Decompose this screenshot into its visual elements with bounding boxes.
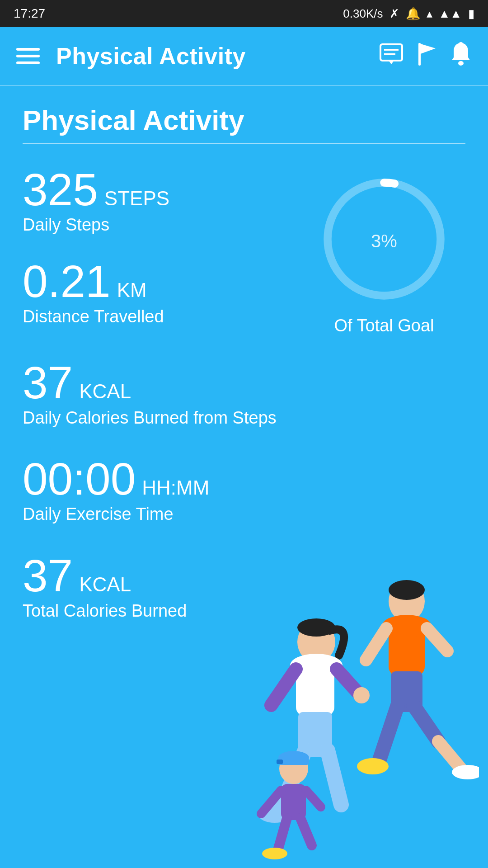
svg-rect-0: [380, 44, 402, 61]
svg-line-20: [438, 741, 461, 769]
distance-unit: KM: [117, 279, 147, 302]
bell-icon[interactable]: [450, 42, 472, 71]
svg-line-26: [271, 669, 296, 705]
svg-marker-3: [389, 61, 394, 64]
status-icons: 0.30K/s ✗ 🔔 ▴ ▲▲ ▮: [343, 7, 474, 21]
nav-title: Physical Activity: [56, 42, 246, 70]
mute-icon: 🔔: [406, 7, 420, 21]
exercise-time-label: Daily Exercise Time: [23, 503, 465, 525]
svg-line-42: [300, 818, 312, 845]
main-content: Physical Activity 325 Steps Daily Steps …: [0, 86, 488, 868]
section-title: Physical Activity: [23, 104, 465, 136]
calories-steps-unit: kcal: [79, 380, 131, 403]
progress-circle-container: 3% Of Total Goal: [303, 171, 465, 335]
section-divider: [23, 143, 465, 144]
svg-rect-4: [418, 43, 421, 66]
status-time: 17:27: [14, 6, 45, 21]
menu-button[interactable]: [16, 48, 40, 64]
total-calories-number: 37: [23, 553, 73, 598]
distance-label: Distance Travelled: [23, 306, 303, 328]
svg-point-5: [458, 61, 464, 66]
nav-icons: [380, 42, 472, 71]
calories-steps-value: 37 kcal: [23, 360, 465, 405]
progress-circle: 3%: [316, 171, 452, 307]
calories-steps-label: Daily Calories Burned from Steps: [23, 407, 465, 429]
exercise-time-block: 00:00 hh:mm Daily Exercise Time: [23, 456, 465, 525]
steps-number: 325: [23, 167, 98, 212]
total-calories-block: 37 kcal Total Calories Burned: [23, 553, 465, 622]
nav-left: Physical Activity: [16, 42, 246, 70]
steps-value: 325 Steps: [23, 167, 303, 212]
stats-left: 325 Steps Daily Steps 0.21 KM Distance T…: [23, 167, 303, 351]
messages-icon[interactable]: [380, 43, 403, 69]
battery-icon: ▮: [468, 7, 474, 21]
total-calories-unit: kcal: [79, 573, 131, 596]
exercise-time-unit: hh:mm: [142, 476, 209, 499]
svg-line-17: [380, 705, 398, 760]
svg-line-27: [337, 669, 357, 692]
svg-rect-36: [277, 760, 283, 764]
circle-label: Of Total Goal: [334, 316, 434, 335]
svg-text:3%: 3%: [371, 231, 397, 251]
network-speed: 0.30K/s: [343, 7, 383, 21]
bluetooth-icon: ✗: [389, 7, 399, 21]
distance-value: 0.21 KM: [23, 259, 303, 304]
svg-line-40: [278, 818, 287, 850]
distance-block: 0.21 KM Distance Travelled: [23, 259, 303, 328]
total-calories-label: Total Calories Burned: [23, 600, 465, 622]
wifi-icon: ▴: [427, 7, 432, 21]
exercise-time-number: 00:00: [23, 456, 136, 501]
stats-circle-row: 325 Steps Daily Steps 0.21 KM Distance T…: [23, 167, 465, 351]
svg-point-18: [357, 758, 389, 774]
calories-steps-block: 37 kcal Daily Calories Burned from Steps: [23, 360, 465, 429]
svg-point-28: [353, 687, 370, 703]
svg-line-19: [413, 705, 438, 741]
lower-stats: 37 kcal Daily Calories Burned from Steps…: [23, 360, 465, 645]
svg-line-32: [328, 750, 341, 805]
distance-number: 0.21: [23, 259, 111, 304]
steps-unit: Steps: [104, 187, 169, 210]
total-calories-value: 37 kcal: [23, 553, 465, 598]
svg-rect-35: [278, 758, 309, 765]
flag-icon[interactable]: [417, 42, 436, 71]
steps-label: Daily Steps: [23, 214, 303, 236]
calories-steps-number: 37: [23, 360, 73, 405]
exercise-time-value: 00:00 hh:mm: [23, 456, 465, 501]
signal-icon: ▲▲: [439, 7, 462, 21]
svg-line-39: [306, 790, 321, 807]
nav-bar: Physical Activity: [0, 27, 488, 86]
svg-rect-6: [459, 42, 463, 45]
status-bar: 17:27 0.30K/s ✗ 🔔 ▴ ▲▲ ▮: [0, 0, 488, 27]
svg-point-41: [262, 848, 287, 859]
daily-steps-block: 325 Steps Daily Steps: [23, 167, 303, 236]
